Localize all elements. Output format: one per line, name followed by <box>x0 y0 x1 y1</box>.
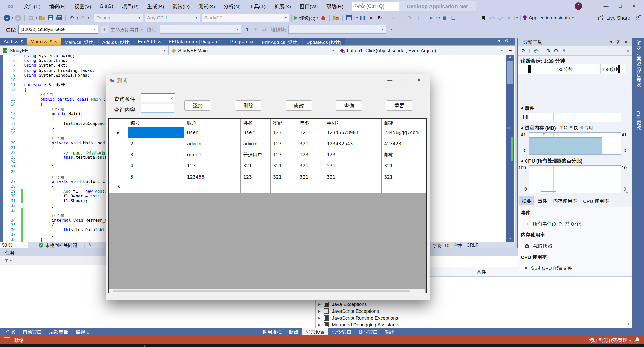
panel-tab[interactable]: 局部变量 <box>46 328 71 336</box>
document-tab[interactable]: FrmAdd.cs <box>134 38 165 45</box>
feedback-person-icon[interactable] <box>635 14 642 22</box>
type-dropdown[interactable]: StudyEF.Main ▾ <box>169 46 337 55</box>
test-dialog[interactable]: 测试 — □ ✕ 查询条件 ∨ 查询内容 添加删除修改查询重置 编号账户姓名密码… <box>106 74 430 300</box>
code-line[interactable]: 7using System.Text; <box>0 63 515 68</box>
grid-cell[interactable] <box>297 182 324 193</box>
indent-more-icon[interactable]: ≡ <box>458 14 466 22</box>
grid-row-selector[interactable] <box>109 160 128 171</box>
table-row[interactable]: 3user1普通用户123123123邮箱 <box>109 149 426 160</box>
dialog-button[interactable]: 修改 <box>286 100 312 111</box>
menu-item[interactable]: 扩展(X) <box>270 0 295 12</box>
find-in-files-icon[interactable] <box>332 14 340 22</box>
pin-icon[interactable]: ⊼ <box>20 40 23 44</box>
table-row[interactable]: 2adminadmin123321123432543423423 <box>109 138 426 149</box>
dialog-close-icon[interactable]: ✕ <box>412 75 426 85</box>
filter-threads-icon[interactable] <box>243 26 251 33</box>
menu-item[interactable]: 分析(N) <box>219 0 245 12</box>
redo-icon[interactable]: ↷ <box>79 14 87 22</box>
solution-platforms-dropdown[interactable]: Any CPU▾ <box>145 14 200 22</box>
solution-configurations-dropdown[interactable]: Debug▾ <box>94 14 143 22</box>
diag-zoom-out-icon[interactable]: ⊖ <box>554 48 558 54</box>
grid-cell[interactable]: 123 <box>324 149 382 160</box>
panel-tab[interactable]: 监视 1 <box>72 328 92 336</box>
menu-item[interactable]: 文件(F) <box>20 0 45 12</box>
panel-tab[interactable]: 输出 <box>382 328 398 336</box>
grid-column-header[interactable]: 账户 <box>184 119 241 127</box>
lifecycle-caret-icon[interactable]: ▾ <box>141 28 143 31</box>
dock-tab[interactable]: Git 更改 <box>635 111 642 131</box>
maximize-button[interactable]: □ <box>613 1 627 11</box>
suspend-threads-icon[interactable]: ⇄ <box>260 26 268 33</box>
events-section-header[interactable]: ◢事件 <box>518 103 633 113</box>
grid-cell[interactable]: 5 <box>128 171 184 182</box>
menu-item[interactable]: 帮助(H) <box>322 0 348 12</box>
account-badge[interactable]: 2 <box>575 2 582 10</box>
breakpoints-window-icon[interactable]: ⌗ <box>427 14 435 22</box>
timeline-ruler[interactable]: 1:30分钟 1:40分钟 <box>518 64 625 74</box>
grid-row-selector[interactable] <box>109 171 128 182</box>
expand-arrow-icon[interactable]: ▶ <box>318 302 321 306</box>
diagnostics-tab[interactable]: 摘要 <box>519 196 534 205</box>
grid-cell[interactable]: admin <box>241 138 270 149</box>
diag-close-icon[interactable]: ✕ <box>624 39 628 45</box>
dialog-button[interactable]: 重置 <box>386 100 412 111</box>
query-condition-combobox[interactable]: ∨ <box>141 93 175 102</box>
stop-debugging-icon[interactable]: ■ <box>367 14 375 22</box>
project-dropdown[interactable]: C# StudyEF ▾ <box>0 46 169 55</box>
grid-cell[interactable]: 普通用户 <box>241 149 270 160</box>
step-out-icon[interactable]: ↑ <box>414 14 422 22</box>
tab-options-gear-icon[interactable]: ⚙ <box>505 38 509 44</box>
member-dropdown[interactable]: button1_Click(object sender, EventArgs e… <box>337 46 506 55</box>
grid-cell[interactable]: 12345678901 <box>324 127 382 138</box>
diag-pin-icon[interactable]: ⊼ <box>616 39 620 45</box>
timeline-handle-left[interactable] <box>528 65 531 73</box>
expand-arrow-icon[interactable]: ▶ <box>318 323 321 327</box>
grid-cell[interactable]: 321 <box>324 171 382 182</box>
diag-export-icon[interactable]: ⎆ <box>534 48 538 54</box>
grid-column-header[interactable]: 邮箱 <box>382 119 426 127</box>
bookmark-caret-icon[interactable]: ▾ <box>516 16 518 20</box>
table-row[interactable]: 5123456123321321321321 <box>109 171 426 182</box>
diagnostics-tab[interactable]: 内存使用率 <box>551 196 580 205</box>
table-row[interactable]: ▶1useruser123121234567890123456@qq.com <box>109 127 426 138</box>
exception-checkbox[interactable] <box>324 315 329 321</box>
table-row[interactable]: * <box>109 182 426 193</box>
grid-scrollbar-thumb[interactable] <box>113 290 410 292</box>
panel-tab[interactable]: 即时窗口 <box>355 328 381 336</box>
breakpoints-caret-icon[interactable]: ▾ <box>438 16 440 20</box>
open-file-icon[interactable] <box>38 14 46 22</box>
exception-row[interactable]: ▶Java Exceptions <box>316 301 633 308</box>
document-tab[interactable]: Main.cs [设计] <box>61 38 98 45</box>
live-share-button[interactable]: Live Share <box>598 15 630 21</box>
bookmark-icon[interactable] <box>479 14 487 22</box>
hot-reload-icon[interactable] <box>319 14 327 22</box>
dialog-button[interactable]: 添加 <box>184 100 211 111</box>
dialog-minimize-icon[interactable]: — <box>383 75 397 85</box>
grid-cell[interactable]: 123 <box>271 138 297 149</box>
restart-icon[interactable]: ↻ <box>376 14 384 22</box>
all-events-row[interactable]: ⇔ 所有事件(0 个, 共 0 个) <box>518 218 633 229</box>
step-into-icon[interactable]: ↓ <box>397 14 405 22</box>
record-cpu-profile-row[interactable]: ● 记录 CPU 配置文件 <box>518 262 633 273</box>
diag-scroll-down-icon[interactable]: ∨ <box>626 191 628 195</box>
grid-cell[interactable]: 12 <box>297 127 324 138</box>
diag-settings-gear-icon[interactable]: ⚙ <box>521 48 525 54</box>
scrollbar-thumb[interactable] <box>507 61 513 84</box>
panel-tab[interactable]: 断点 <box>286 328 302 336</box>
startup-projects-dropdown[interactable]: StudyEF▾ <box>202 14 289 22</box>
exception-checkbox[interactable] <box>324 302 329 307</box>
document-tab[interactable]: Add.cs⊼ <box>0 38 26 45</box>
back-caret-icon[interactable]: ▾ <box>12 16 13 20</box>
thread-dropdown[interactable]: ▾ <box>160 25 241 34</box>
break-all-icon[interactable]: ❚❚ <box>359 14 366 22</box>
grid-cell[interactable]: 321 <box>271 160 297 171</box>
menu-item[interactable]: 视图(V) <box>70 0 95 12</box>
document-tab[interactable]: Main.cs⊼✕ <box>27 38 60 45</box>
grid-column-header[interactable]: 密码 <box>271 119 297 127</box>
diagnostics-tab[interactable]: 事件 <box>535 196 550 205</box>
continue-button[interactable]: 继续(C) ▾ <box>294 15 319 21</box>
grid-cell[interactable]: 321 <box>241 160 270 171</box>
menu-item[interactable]: 调试(D) <box>168 0 194 12</box>
grid-column-header[interactable]: 年龄 <box>297 119 324 127</box>
minimize-button[interactable]: — <box>599 1 613 11</box>
